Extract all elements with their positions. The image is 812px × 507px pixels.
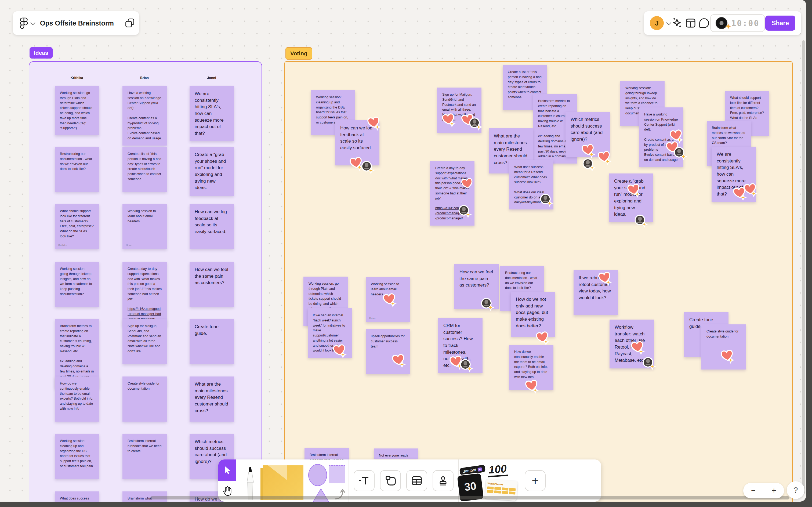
sticky-note[interactable]: Create a “grab your shoes and run” model… xyxy=(189,147,234,196)
avatar-sticker[interactable] xyxy=(457,203,472,220)
sticky-note[interactable]: Working session: cleaning up and organiz… xyxy=(55,434,99,479)
heart-sticker[interactable] xyxy=(441,112,456,129)
add-more-tools-button[interactable]: + xyxy=(525,470,545,491)
jambot-widget[interactable]: Jambot xyxy=(459,464,486,475)
sticky-note[interactable]: upsell opportunities for customer succes… xyxy=(366,329,410,374)
ideas-section-label[interactable]: Ideas xyxy=(30,47,53,59)
sticky-note[interactable]: We are consistently hitting SLA's, how c… xyxy=(711,147,756,202)
sticky-note[interactable]: Sign up for Mailgun, SendGrid, and Postm… xyxy=(437,88,481,133)
sticky-note[interactable]: What does success mean for a Resend cust… xyxy=(55,492,99,502)
avatar-chevron-down-icon[interactable] xyxy=(666,20,671,25)
avatar-sticker[interactable] xyxy=(641,355,656,372)
heart-sticker[interactable] xyxy=(630,340,645,357)
sticky-note[interactable]: How can we feel the same pain as custome… xyxy=(454,264,499,309)
sticky-note-text: Working session: going through Inkeep in… xyxy=(60,266,94,297)
heart-sticker[interactable] xyxy=(597,271,612,287)
section-tool-button[interactable] xyxy=(380,470,401,491)
avatar-sticker[interactable] xyxy=(479,296,495,313)
sticky-note[interactable]: How do we not only add new docs pages, b… xyxy=(511,292,555,337)
avatar-sticker[interactable] xyxy=(581,156,596,173)
sticky-note[interactable]: Working session to learn about email hea… xyxy=(366,277,410,322)
heart-sticker[interactable] xyxy=(719,349,735,365)
music-disc-icon[interactable] xyxy=(715,17,728,29)
templates-icon[interactable] xyxy=(684,17,697,30)
table-tool-button[interactable] xyxy=(406,470,427,491)
sticky-note[interactable]: Working session: going through Inkeep in… xyxy=(55,262,99,307)
heart-sticker[interactable] xyxy=(626,183,641,199)
square-shape-icon[interactable] xyxy=(329,465,345,484)
heart-sticker[interactable] xyxy=(535,330,550,347)
heart-sticker[interactable] xyxy=(332,343,347,360)
avatar-sticker[interactable] xyxy=(360,159,375,176)
avatar[interactable]: J xyxy=(650,16,664,30)
sticky-note[interactable]: How do we continuously enable the team t… xyxy=(55,377,99,421)
sticky-note[interactable]: What are the main milestones every Resen… xyxy=(189,377,234,421)
sticky-note[interactable]: Have a working session on Knowledge Cent… xyxy=(122,86,167,146)
sticky-note[interactable]: Create a day-to-day support expectations… xyxy=(430,161,474,226)
text-tool-button[interactable] xyxy=(354,470,374,491)
sticky-note[interactable]: We are consistently hitting SLA's, how c… xyxy=(189,86,234,141)
heart-sticker[interactable] xyxy=(524,379,539,395)
avatar-sticker[interactable] xyxy=(539,192,554,208)
heart-sticker[interactable] xyxy=(382,292,397,309)
sticky-note[interactable]: What does success mean for a Resend cust… xyxy=(509,160,554,210)
avatar-sticker[interactable] xyxy=(633,213,648,229)
sticky-note[interactable]: Which metrics should success care about … xyxy=(566,112,610,157)
share-button[interactable]: Share xyxy=(765,15,795,31)
sticky-note[interactable]: Working session to learn about email hea… xyxy=(122,204,167,249)
sticky-note[interactable]: Have a working session on Knowledge Cent… xyxy=(639,107,683,167)
zoom-in-button[interactable]: + xyxy=(764,483,785,498)
sticky-note[interactable]: Create style guide for documentation xyxy=(122,377,167,421)
file-title[interactable]: Ops Offsite Brainstorm xyxy=(40,19,114,27)
sticky-note[interactable]: If we rebuilt retool customer view today… xyxy=(574,270,618,315)
sticky-note[interactable]: Create style guide for documentation xyxy=(701,324,746,370)
zoom-out-button[interactable]: − xyxy=(743,483,764,498)
heart-sticker[interactable] xyxy=(366,115,381,132)
sticky-note[interactable]: Not everyone reads xyxy=(374,448,418,459)
sticky-note[interactable]: How do we continuously enable the team t… xyxy=(509,345,554,390)
ellipse-shape-icon[interactable] xyxy=(308,464,327,486)
sticky-note[interactable]: How can we log feedback at scale so its … xyxy=(189,204,234,249)
heart-sticker[interactable] xyxy=(743,182,758,199)
shapes-tool[interactable] xyxy=(308,462,349,502)
sticky-note[interactable]: How can we feel the same pain as custome… xyxy=(189,262,234,307)
pages-icon[interactable] xyxy=(120,11,139,35)
avatar-sticker[interactable] xyxy=(459,357,474,374)
sticky-note[interactable]: Working session: go through Plain and de… xyxy=(55,86,99,135)
sticky-note[interactable]: How can we log feedback at scale so its … xyxy=(335,120,380,165)
vertical-scrollbar[interactable] xyxy=(802,40,805,494)
stamp-tool-button[interactable] xyxy=(432,470,454,491)
voting-section-label[interactable]: Voting xyxy=(285,47,312,60)
sticky-note[interactable]: What should support look like for differ… xyxy=(55,204,99,249)
hundred-points-widget[interactable]: 100 xyxy=(487,462,508,477)
sticky-note[interactable]: Create a list of "this person is having … xyxy=(122,147,167,192)
sticky-note[interactable]: Create a day-to-day support expectations… xyxy=(122,262,167,326)
sticky-note[interactable]: Create a “grab your shoes and run” model… xyxy=(609,173,653,222)
heart-sticker[interactable] xyxy=(460,177,474,192)
avatar-sticker[interactable] xyxy=(468,115,483,132)
sticky-note[interactable]: CRM for customer success? How to track m… xyxy=(438,318,482,373)
heart-sticker[interactable] xyxy=(597,150,612,167)
chevron-down-icon[interactable] xyxy=(31,20,35,25)
sticky-note[interactable]: Create tone guide. xyxy=(189,319,234,364)
sticky-note[interactable]: Workflow transfer: watch each other use … xyxy=(610,320,654,369)
chat-bubble-icon[interactable] xyxy=(698,17,710,29)
avatar-sticker[interactable] xyxy=(673,145,687,162)
sticky-note[interactable]: Brainstorm internal runbooks that we nee… xyxy=(122,434,167,479)
sticky-note-tool[interactable] xyxy=(263,465,303,500)
timer-widget[interactable]: 10:00 xyxy=(710,14,765,32)
figma-logo-icon[interactable] xyxy=(20,17,28,29)
select-tool-button[interactable] xyxy=(218,459,236,481)
heart-sticker[interactable] xyxy=(391,353,406,370)
help-button[interactable]: ? xyxy=(787,481,805,499)
triangle-shape-icon[interactable] xyxy=(311,488,330,502)
widgets-tool[interactable]: Jambot 30 100 Week Planner xyxy=(459,460,520,501)
whiteboard-canvas[interactable]: Ideas Voting KrithikaBrianJonni Working … xyxy=(0,0,806,502)
sticky-note[interactable]: Brainstorm internal runbooks that we nee… xyxy=(304,448,349,460)
sticky-note[interactable]: If we had an internal “hack week/launch … xyxy=(308,308,352,358)
horizontal-scrollbar[interactable] xyxy=(151,496,790,500)
sticky-note[interactable]: Sign up for Mailgun, SendGrid, and Postm… xyxy=(122,319,167,364)
ai-sparkle-icon[interactable] xyxy=(671,17,684,30)
marker-tool[interactable] xyxy=(244,466,256,501)
sticky-note[interactable]: Restructuring our documentation - what d… xyxy=(55,147,99,192)
